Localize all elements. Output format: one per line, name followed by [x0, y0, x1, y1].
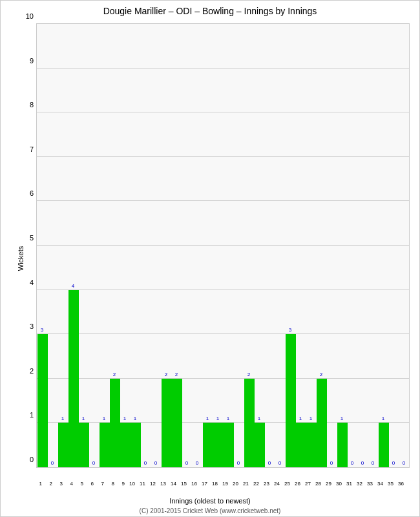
x-tick-label: 21	[243, 481, 249, 487]
bar-group: 015	[182, 24, 192, 467]
bar-value-label: 2	[109, 372, 120, 377]
x-tick-label: 35	[388, 481, 394, 487]
y-axis-label: 3	[21, 322, 37, 330]
bar-value-label: 0	[357, 460, 368, 466]
x-tick-label: 9	[122, 481, 125, 487]
bar-value-label: 1	[378, 416, 388, 421]
bar-value-label: 1	[202, 416, 213, 421]
bar	[244, 379, 255, 467]
bar-group: 19	[120, 24, 130, 467]
bar-group: 033	[368, 24, 378, 467]
bar-value-label: 1	[223, 416, 233, 421]
bar-group: 214	[171, 24, 182, 467]
bar-group: 024	[275, 24, 285, 467]
x-tick-label: 32	[357, 481, 362, 487]
x-tick-label: 8	[112, 481, 114, 487]
bar-group: 221	[244, 24, 254, 467]
x-tick-label: 25	[284, 481, 290, 487]
bar-value-label: 0	[399, 460, 409, 466]
bar-group: 02	[47, 24, 58, 467]
bar-value-label: 0	[182, 460, 192, 466]
x-tick-label: 23	[264, 481, 269, 487]
bar-group: 228	[316, 24, 326, 467]
bar-value-label: 0	[264, 460, 275, 466]
y-axis-label: 1	[21, 411, 37, 419]
bar-value-label: 1	[58, 416, 68, 421]
bar-group: 016	[192, 24, 202, 467]
y-axis-label: 0	[21, 456, 37, 463]
bar	[131, 423, 141, 467]
bar	[79, 423, 89, 467]
bar-value-label: 0	[140, 460, 151, 466]
bar-value-label: 2	[316, 372, 326, 377]
y-axis-label: 8	[21, 101, 37, 109]
x-tick-label: 5	[81, 481, 83, 487]
x-tick-label: 34	[377, 481, 383, 487]
x-tick-label: 36	[398, 481, 404, 487]
bar-group: 130	[337, 24, 347, 467]
y-axis-label: 2	[21, 367, 37, 375]
bar	[224, 423, 234, 467]
bar	[213, 423, 224, 467]
y-axis-label: 4	[21, 279, 37, 286]
x-tick-label: 30	[336, 481, 342, 487]
x-tick-label: 28	[315, 481, 321, 487]
x-tick-label: 13	[160, 481, 166, 487]
x-tick-label: 19	[222, 481, 228, 487]
bar	[100, 423, 110, 467]
bar-group: 035	[388, 24, 399, 467]
bar	[379, 423, 389, 467]
bar-value-label: 0	[192, 460, 202, 466]
bar-value-label: 0	[275, 460, 285, 466]
footer: (C) 2001-2015 Cricket Web (www.cricketwe…	[1, 507, 419, 514]
bar	[162, 379, 172, 467]
x-tick-label: 10	[129, 481, 135, 487]
x-tick-label: 29	[326, 481, 331, 487]
bar-group: 31	[37, 24, 47, 467]
x-tick-label: 7	[101, 481, 104, 487]
bar	[110, 379, 120, 467]
bar-group: 13	[58, 24, 68, 467]
x-tick-label: 12	[150, 481, 156, 487]
bar	[286, 334, 296, 467]
bar-value-label: 1	[130, 416, 140, 421]
bar-value-label: 1	[254, 416, 264, 421]
x-tick-label: 24	[274, 481, 280, 487]
x-tick-label: 27	[305, 481, 311, 487]
bar-value-label: 3	[37, 327, 47, 333]
x-tick-label: 26	[295, 481, 300, 487]
y-axis-label: 5	[21, 234, 37, 242]
bar	[296, 423, 306, 467]
bar-group: 06	[89, 24, 99, 467]
x-tick-label: 33	[367, 481, 373, 487]
bar-value-label: 0	[326, 460, 337, 466]
x-tick-label: 6	[91, 481, 94, 487]
bar-value-label: 4	[68, 283, 78, 289]
bar-group: 122	[254, 24, 264, 467]
y-axis-label: 6	[21, 189, 37, 197]
bar	[306, 423, 317, 467]
bar-value-label: 0	[368, 460, 378, 466]
bar	[255, 423, 265, 467]
bar-value-label: 1	[213, 416, 223, 421]
x-tick-label: 17	[202, 481, 207, 487]
bar-group: 15	[78, 24, 89, 467]
bar	[317, 379, 327, 467]
y-axis-label: 7	[21, 145, 37, 153]
y-axis-label: 10	[21, 12, 37, 20]
chart-area: 0123456789103102134415061728191100110122…	[36, 23, 410, 468]
bar-group: 011	[140, 24, 151, 467]
bar-value-label: 1	[337, 416, 347, 421]
bar-group: 036	[399, 24, 409, 467]
bar-group: 127	[306, 24, 316, 467]
bar	[203, 423, 213, 467]
x-tick-label: 31	[346, 481, 352, 487]
x-tick-label: 11	[140, 481, 145, 487]
bar-group: 119	[223, 24, 233, 467]
x-tick-label: 15	[181, 481, 187, 487]
bar-value-label: 2	[244, 372, 254, 377]
bar	[120, 423, 131, 467]
x-tick-label: 22	[253, 481, 259, 487]
bar-group: 17	[99, 24, 109, 467]
bar-value-label: 1	[295, 416, 306, 421]
